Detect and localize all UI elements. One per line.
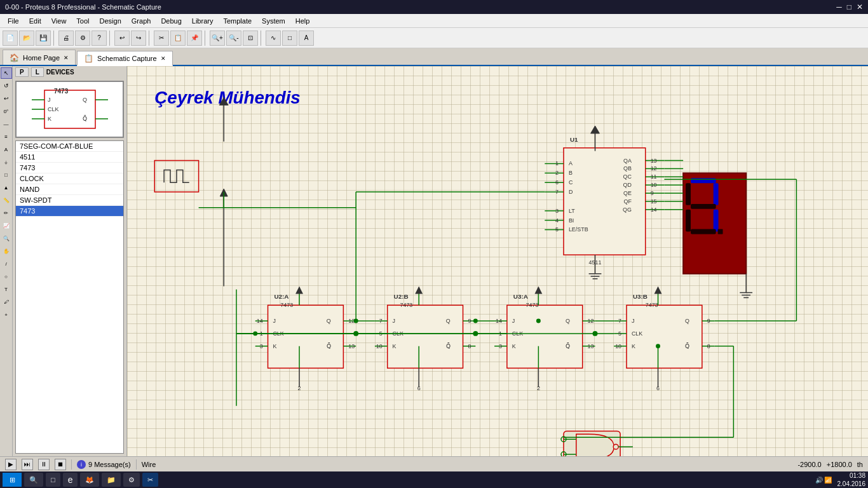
power-tool[interactable]: ⏚: [1, 156, 12, 168]
device-list: 7SEG-COM-CAT-BLUE 4511 7473 CLOCK NAND S…: [15, 140, 124, 454]
settings-button[interactable]: ⚙: [75, 30, 90, 46]
menu-design[interactable]: Design: [95, 16, 126, 26]
tab-home[interactable]: 🏠 Home Page ✕: [3, 50, 76, 65]
new-button[interactable]: 📄: [3, 30, 18, 46]
u2b-k-label: K: [393, 343, 397, 349]
panel-p-button[interactable]: P: [15, 67, 29, 77]
select-tool[interactable]: ↖: [1, 67, 12, 79]
open-button[interactable]: 📂: [19, 30, 34, 46]
u2a-n3: 3: [260, 343, 263, 349]
paste-button[interactable]: 📌: [187, 30, 202, 46]
menu-debug[interactable]: Debug: [156, 16, 186, 26]
toolbar-sep-1: [53, 30, 56, 46]
play-button[interactable]: ▶: [5, 459, 17, 470]
canvas-area[interactable]: Çeyrek Mühendis U1: [127, 66, 868, 456]
taskbar-files[interactable]: 📁: [102, 473, 121, 487]
copy-button[interactable]: 📋: [170, 30, 186, 46]
print-button[interactable]: 🖨: [58, 30, 74, 46]
menu-template[interactable]: Template: [218, 16, 257, 26]
zoom-tool[interactable]: 🔍: [1, 233, 12, 244]
menu-help[interactable]: Help: [290, 16, 315, 26]
taskbar-proteus[interactable]: ✂: [142, 473, 158, 487]
annotate-tool[interactable]: ✏: [1, 207, 12, 219]
stop-button[interactable]: ⏹: [55, 459, 66, 470]
add-tool[interactable]: +: [1, 309, 12, 320]
redo-button[interactable]: ↪: [131, 30, 146, 46]
tab-schematic-close[interactable]: ✕: [161, 55, 166, 62]
taskbar-icons: 🔊 📶: [815, 477, 832, 484]
circle-tool[interactable]: ○: [1, 271, 12, 282]
u3b-type: 7473: [646, 302, 658, 308]
cut-button[interactable]: ✂: [154, 30, 169, 46]
bus-tool[interactable]: ≡: [1, 131, 12, 142]
measure-tool[interactable]: 📏: [1, 194, 12, 206]
device-item-clock[interactable]: CLOCK: [16, 173, 123, 184]
menu-system[interactable]: System: [257, 16, 290, 26]
label-button[interactable]: A: [299, 30, 314, 46]
component-panel: P L DEVICES J CLK K Q Q̄ 7473 7SEG-: [13, 66, 127, 456]
close-button[interactable]: ✕: [857, 3, 863, 11]
clock-time: 01:38: [837, 471, 866, 480]
taskbar-edge[interactable]: e: [63, 473, 78, 487]
zoom-in-button[interactable]: 🔍+: [210, 30, 225, 46]
panel-l-button[interactable]: L: [31, 67, 44, 77]
zoom-fit-button[interactable]: ⊡: [243, 30, 258, 46]
preview-svg: J CLK K Q Q̄ 7473: [25, 84, 114, 135]
step-button[interactable]: ⏭: [22, 459, 33, 470]
left-tools: ↖ ↺ ↩ 0° — ≡ A ⏚ □ ▲ 📏 ✏ 📈 🔍 ✋ / ○ T 🖊 +: [0, 66, 13, 456]
wire-tool[interactable]: —: [1, 118, 12, 130]
graph-tool[interactable]: 📈: [1, 220, 12, 231]
wire-button[interactable]: ∿: [266, 30, 281, 46]
u2a-label: U2:A: [274, 293, 288, 300]
svg-text:J: J: [48, 97, 51, 103]
save-button[interactable]: 💾: [36, 30, 51, 46]
u3a-type: 7473: [526, 302, 539, 308]
tab-schematic[interactable]: 📋 Schematic Capture ✕: [77, 51, 173, 66]
line-tool[interactable]: /: [1, 258, 12, 269]
menu-file[interactable]: File: [3, 16, 24, 26]
menu-library[interactable]: Library: [187, 16, 219, 26]
menu-edit[interactable]: Edit: [24, 16, 46, 26]
maximize-button[interactable]: □: [847, 3, 851, 11]
start-button[interactable]: ⊞: [3, 473, 22, 487]
u1-out-qe-label: QE: [623, 190, 632, 196]
menu-graph[interactable]: Graph: [126, 16, 156, 26]
tab-home-close[interactable]: ✕: [64, 55, 69, 61]
u1-out-qa-label: QA: [623, 158, 632, 164]
device-item-swspdt[interactable]: SW-SPDT: [16, 195, 123, 206]
minimize-button[interactable]: ─: [836, 3, 842, 11]
undo-button[interactable]: ↩: [114, 30, 130, 46]
device-item-nand[interactable]: NAND: [16, 184, 123, 195]
angle-tool[interactable]: 0°: [1, 105, 12, 117]
device-item-7473[interactable]: 7473: [16, 163, 123, 173]
svg-text:K: K: [48, 116, 51, 122]
component-button[interactable]: □: [282, 30, 297, 46]
taskbar-settings[interactable]: ⚙: [123, 473, 140, 487]
undo-tool[interactable]: ↩: [1, 93, 12, 104]
seg-g: [691, 204, 716, 209]
u1-rnum-qf: 15: [651, 198, 657, 205]
vcc-u3b-arrow: [654, 287, 662, 294]
probe-tool[interactable]: ▲: [1, 182, 12, 193]
device-item-7473-2[interactable]: 7473: [16, 206, 123, 217]
u1-pin-d-label: D: [569, 189, 573, 195]
rotate-tool[interactable]: ↺: [1, 80, 12, 92]
taskbar-search[interactable]: 🔍: [24, 473, 43, 487]
tape-tool[interactable]: 🖊: [1, 296, 12, 308]
label-tool[interactable]: A: [1, 144, 12, 155]
preview-area: J CLK K Q Q̄ 7473: [15, 81, 124, 138]
component-tool[interactable]: □: [1, 169, 12, 180]
menu-tool[interactable]: Tool: [71, 16, 94, 26]
status-sep-1: [71, 459, 72, 470]
taskbar-task-view[interactable]: □: [46, 473, 60, 487]
text-tool[interactable]: T: [1, 283, 12, 295]
device-item-7seg[interactable]: 7SEG-COM-CAT-BLUE: [16, 141, 123, 152]
pan-tool[interactable]: ✋: [1, 245, 12, 257]
help-button[interactable]: ?: [92, 30, 107, 46]
device-item-4511[interactable]: 4511: [16, 152, 123, 163]
seg-e: [686, 210, 691, 232]
menu-view[interactable]: View: [46, 16, 72, 26]
taskbar-firefox[interactable]: 🦊: [80, 473, 99, 487]
pause-button[interactable]: ⏸: [38, 459, 50, 470]
zoom-out-button[interactable]: 🔍-: [226, 30, 241, 46]
